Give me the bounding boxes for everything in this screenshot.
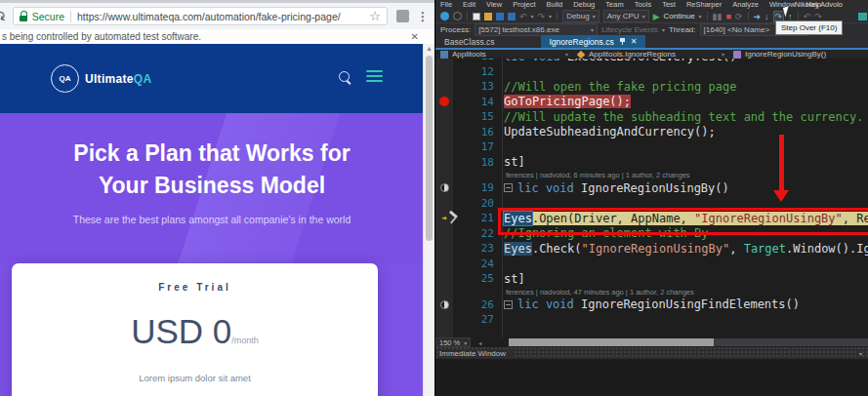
code-line-13[interactable]: 13//Will open the fake pricing page <box>435 79 868 95</box>
show-next-statement-icon[interactable]: ➜ <box>754 12 762 21</box>
close-tab-icon[interactable]: ✕ <box>631 37 638 46</box>
continue-icon[interactable]: ▶ <box>653 12 660 21</box>
menu-file[interactable]: File <box>440 0 452 9</box>
breakpoint-gutter[interactable] <box>435 271 453 287</box>
breakpoint-gutter[interactable] <box>435 312 453 328</box>
navigate-forward-icon[interactable] <box>453 12 462 20</box>
redo-nav-icon[interactable]: ↷ <box>814 12 822 21</box>
bookmark-star-icon[interactable]: ☆ <box>369 9 381 23</box>
menu-test[interactable]: Test <box>662 0 676 9</box>
panel-menu-icon[interactable]: ▾ <box>859 350 862 357</box>
tab-ignoreregions[interactable]: IgnoreRegions.cs ✕ <box>541 35 646 48</box>
immediate-window-body[interactable] <box>435 359 868 396</box>
scrollbar-up-icon[interactable]: ▲ <box>424 45 434 52</box>
menu-edit[interactable]: Edit <box>463 0 475 9</box>
fold-collapse-icon[interactable]: – <box>504 183 513 192</box>
breakpoint-gutter[interactable] <box>435 297 453 313</box>
breakpoint-gutter[interactable] <box>435 196 453 212</box>
menu-build[interactable]: Build <box>547 0 563 9</box>
breakpoint-gutter[interactable] <box>435 180 453 196</box>
menu-analyze[interactable]: Analyze <box>732 0 759 9</box>
breakpoint-gutter[interactable] <box>435 125 453 140</box>
open-file-icon[interactable] <box>484 13 492 20</box>
break-all-icon[interactable]: ▮▮ <box>713 12 723 21</box>
code-line-23[interactable]: 23Eyes.Check("IgnoreRegionUsingBy", Targ… <box>435 241 868 257</box>
continue-label[interactable]: Continue <box>664 12 695 20</box>
restart-icon[interactable]: ⟳ <box>735 12 743 21</box>
breakpoint-gutter[interactable] <box>435 257 453 272</box>
menu-view[interactable]: View <box>486 0 502 9</box>
step-over-icon[interactable]: ↷ <box>775 12 783 21</box>
page-scrollbar[interactable]: ▲ <box>423 44 434 396</box>
code-line-19[interactable]: 19–lic void IgnoreRegionUsingBy() <box>435 180 868 196</box>
breakpoint-gutter[interactable] <box>435 79 453 95</box>
fold-collapse-icon[interactable]: – <box>504 300 513 309</box>
profile-icon[interactable] <box>396 10 409 22</box>
reload-icon[interactable]: ⟳ <box>0 7 11 24</box>
test-marker-icon[interactable] <box>440 183 449 192</box>
browser-menu-icon[interactable]: ⋮ <box>417 10 429 23</box>
code-line-17[interactable]: 17 <box>435 139 868 155</box>
redo-icon[interactable]: ↷ <box>538 12 546 21</box>
save-all-icon[interactable] <box>508 13 516 20</box>
tab-baseclass[interactable]: BaseClass.cs <box>435 35 504 48</box>
hscroll-left-icon[interactable]: ◂ <box>478 339 481 346</box>
infobar-close-icon[interactable]: ✕ <box>411 31 419 42</box>
test-marker-icon[interactable] <box>440 300 449 309</box>
codelens-info[interactable]: ferences | nadvolod, 6 minutes ago | 1 a… <box>435 170 868 180</box>
menu-team[interactable]: Team <box>605 0 623 9</box>
codelens-info[interactable]: ferences | nadvolod, 47 minutes ago | 1 … <box>435 287 868 297</box>
code-line-25[interactable]: 25st] <box>435 271 868 287</box>
undo-nav-icon[interactable]: ↶ <box>804 12 811 21</box>
site-logo[interactable]: QA <box>51 64 79 93</box>
breakpoint-gutter[interactable] <box>435 139 453 155</box>
menu-project[interactable]: Project <box>513 0 535 9</box>
breadcrumb-method[interactable]: IgnoreRegionUsingBy() <box>728 50 868 59</box>
pin-tab-icon[interactable] <box>619 38 626 45</box>
breakpoint-gutter[interactable] <box>435 226 453 242</box>
code-editor[interactable]: 11lic void ExecuteBeforeEveryTest()1213/… <box>435 59 868 337</box>
hamburger-menu-icon[interactable] <box>366 70 383 85</box>
menu-debug[interactable]: Debug <box>573 0 595 9</box>
breakpoint-gutter[interactable] <box>435 64 453 80</box>
code-line-27[interactable]: 27 <box>435 312 868 328</box>
solution-config-dropdown[interactable]: Debug▾ <box>562 10 599 22</box>
account-name[interactable]: Nikolay Advolo <box>795 0 843 9</box>
horizontal-scrollbar[interactable] <box>509 338 868 346</box>
code-line-26[interactable]: 26–lic void IgnoreRegionUsingFindElement… <box>435 297 868 313</box>
toolbox-icon[interactable] <box>858 13 867 20</box>
code-line-16[interactable]: 16UpdateSubheadingAndCurrency(); <box>435 125 868 140</box>
code-line-15[interactable]: 15//Will update the subheading text and … <box>435 109 868 125</box>
new-file-icon[interactable] <box>473 13 480 20</box>
menu-tools[interactable]: Tools <box>635 0 652 9</box>
search-icon[interactable] <box>339 71 350 82</box>
breadcrumb-project[interactable]: Applitools▾ <box>435 50 572 59</box>
breadcrumb-class[interactable]: Applitools.IgnoreRegions▾ <box>572 50 728 59</box>
url-text[interactable]: https://www.ultimateqa.com/automation/fa… <box>77 11 365 22</box>
navigate-backward-icon[interactable] <box>440 12 449 20</box>
code-line-24[interactable]: 24 <box>435 257 868 272</box>
code-line-12[interactable]: 12 <box>435 64 868 80</box>
code-lines[interactable]: 11lic void ExecuteBeforeEveryTest()1213/… <box>435 59 868 328</box>
undo-icon[interactable]: ↶ <box>519 12 527 21</box>
address-bar[interactable]: Secure https://www.ultimateqa.com/automa… <box>13 7 388 25</box>
quick-action-hammer-icon[interactable] <box>448 212 461 224</box>
breakpoint-gutter[interactable] <box>435 155 453 171</box>
menu-resharper[interactable]: ReSharper <box>686 0 722 9</box>
hscroll-thumb[interactable] <box>509 338 714 346</box>
breakpoint-gutter[interactable] <box>435 241 453 257</box>
immediate-window-titlebar[interactable]: Immediate Window ▾ <box>435 347 868 359</box>
brand-name[interactable]: UltimateQA <box>85 72 151 86</box>
breakpoint-gutter[interactable] <box>435 109 453 125</box>
scrollbar-thumb[interactable] <box>426 56 433 241</box>
code-line-18[interactable]: 18st] <box>435 155 868 171</box>
breakpoint-gutter[interactable] <box>435 95 453 110</box>
breakpoint-gutter[interactable]: ➜ <box>435 211 453 226</box>
lifecycle-events-button[interactable]: Lifecycle Events <box>601 25 658 34</box>
step-into-icon[interactable]: ↓ <box>765 12 769 21</box>
breakpoint-icon[interactable] <box>439 97 449 106</box>
save-icon[interactable] <box>496 13 504 20</box>
stop-debugging-icon[interactable]: ■ <box>726 12 731 21</box>
platform-dropdown[interactable]: Any CPU▾ <box>603 10 649 22</box>
code-line-14[interactable]: 14GoToPricingPage(); <box>435 95 868 110</box>
